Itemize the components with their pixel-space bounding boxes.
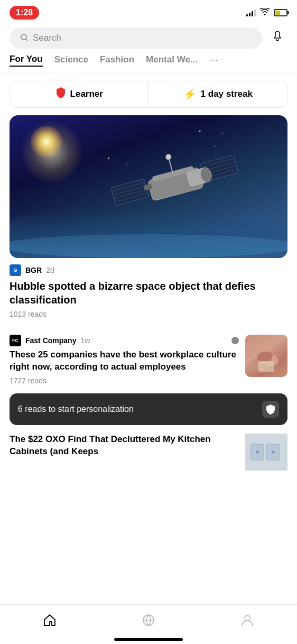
hero-source-name: BGR [25,266,42,274]
second-source-name: Fast Company [25,336,76,345]
svg-point-19 [108,157,110,159]
profile-icon [240,613,254,630]
hands-image [245,335,287,377]
svg-point-38 [245,615,250,621]
second-article-reads: 1727 reads [10,376,239,385]
category-tabs: For You Science Fashion Mental We... ··· [0,54,297,72]
globe-icon [142,613,155,630]
status-bar: 1:28 [0,0,297,23]
third-article[interactable]: The $22 OXO Find That Decluttered My Kit… [10,434,287,471]
tab-more-button[interactable]: ··· [210,55,218,66]
search-container: Search [0,23,297,54]
learner-badge[interactable]: Learner [10,80,149,107]
tab-fashion[interactable]: Fashion [100,54,134,66]
streak-badge[interactable]: ⚡ 1 day streak [149,80,287,107]
second-article[interactable]: FC Fast Company 1w These 25 companies ha… [10,327,287,385]
svg-rect-35 [256,450,259,454]
signal-icon [246,9,256,16]
search-icon [20,33,29,43]
hero-article-image [10,115,287,258]
status-time: 1:28 [10,6,39,20]
sun-glow [31,126,62,158]
learner-label: Learner [70,89,103,99]
svg-rect-36 [272,450,275,454]
hero-article-meta: G BGR 2d [10,264,287,276]
tab-for-you[interactable]: For You [10,54,43,67]
third-article-content: The $22 OXO Find That Decluttered My Kit… [10,434,239,458]
second-article-thumbnail [245,335,287,377]
learner-streak-row: Learner ⚡ 1 day streak [10,80,287,108]
article-menu-dot[interactable] [231,337,239,344]
fast-company-logo: FC [10,335,21,346]
home-indicator [114,638,183,641]
nav-explore[interactable] [131,610,166,633]
bgr-logo: G [10,264,21,276]
second-article-time: 1w [80,336,90,345]
shield-icon [55,87,66,101]
hero-article-time: 2d [46,266,54,274]
status-icons [246,8,287,17]
hero-article[interactable]: G BGR 2d Hubble spotted a bizarre space … [10,115,287,318]
bell-icon [271,30,284,46]
personalization-toast: 6 reads to start personalization [10,393,287,425]
second-article-content: FC Fast Company 1w These 25 companies ha… [10,335,239,385]
notification-button[interactable] [267,28,287,48]
hero-article-reads: 1013 reads [10,310,287,318]
second-article-title: These 25 companies have the best workpla… [10,349,239,373]
nav-profile[interactable] [230,610,265,633]
battery-icon [274,9,287,16]
search-bar[interactable]: Search [10,27,262,49]
tab-science[interactable]: Science [54,54,88,66]
svg-line-17 [169,159,173,174]
bolt-icon: ⚡ [183,88,197,100]
streak-label: 1 day streak [201,89,253,99]
hero-article-title: Hubble spotted a bizarre space object th… [10,279,287,307]
svg-point-18 [165,154,172,160]
search-placeholder: Search [33,33,61,43]
svg-point-20 [221,133,222,134]
svg-point-22 [126,164,127,165]
nav-home[interactable] [32,610,67,633]
toast-message: 6 reads to start personalization [18,404,134,414]
wifi-icon [260,8,270,17]
home-icon [43,613,57,630]
second-article-meta: FC Fast Company 1w [10,335,239,346]
third-article-title: The $22 OXO Find That Decluttered My Kit… [10,434,239,458]
svg-point-21 [199,130,201,132]
third-article-thumbnail [245,434,287,471]
svg-rect-29 [258,361,274,372]
toast-shield-icon [262,401,279,418]
tab-mental-wellness[interactable]: Mental We... [146,54,198,66]
svg-point-23 [214,145,215,146]
